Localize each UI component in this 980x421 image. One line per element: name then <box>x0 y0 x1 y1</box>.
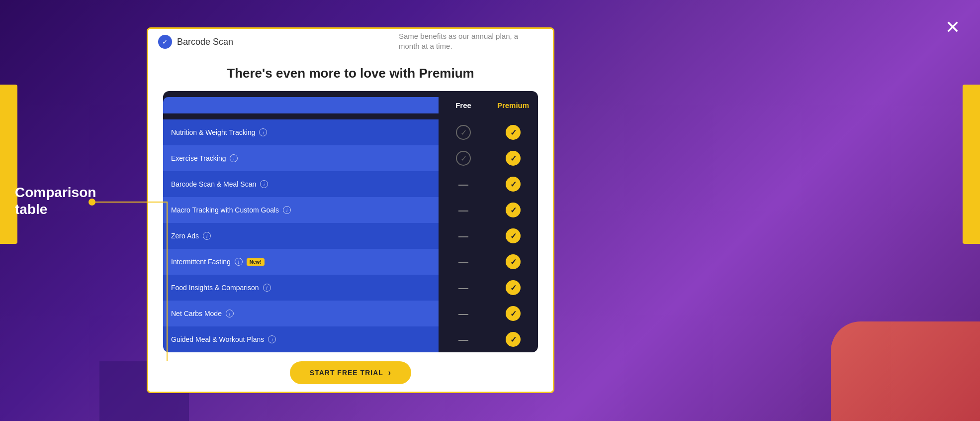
row-premium-cell: ✓ <box>488 301 538 326</box>
table-row: Exercise Tracking i ✓ ✓ <box>163 145 538 171</box>
info-icon[interactable]: i <box>283 206 291 214</box>
row-premium-cell: ✓ <box>488 249 538 275</box>
modal-top-partial: ✓ Barcode Scan Same benefits as our annu… <box>148 29 553 53</box>
comparison-table: Free Premium Nutrition & Weight Tracking… <box>163 91 538 352</box>
row-text: Macro Tracking with Custom Goals <box>171 206 279 214</box>
row-label: Nutrition & Weight Tracking i <box>163 119 439 145</box>
table-row: Intermittent Fasting i New! — ✓ <box>163 249 538 275</box>
cta-button-label: START FREE TRIAL <box>310 369 383 377</box>
row-free-cell: — <box>439 171 488 197</box>
yellow-check-icon: ✓ <box>506 151 521 166</box>
modal-main-content: There's even more to love with Premium F… <box>148 53 553 393</box>
table-row: Zero Ads i — ✓ <box>163 223 538 249</box>
row-label: Zero Ads i <box>163 223 439 249</box>
partial-check-icon: ✓ <box>158 35 172 49</box>
info-icon[interactable]: i <box>230 154 238 162</box>
yellow-check-icon: ✓ <box>506 125 521 140</box>
side-annotation: Comparison table <box>15 184 96 217</box>
header-premium-label: Premium <box>488 97 538 113</box>
row-text: Nutrition & Weight Tracking <box>171 128 255 136</box>
row-label: Exercise Tracking i <box>163 145 439 171</box>
row-premium-cell: ✓ <box>488 197 538 223</box>
row-label: Macro Tracking with Custom Goals i <box>163 197 439 223</box>
partial-right-text: Same benefits as our annual plan, a mont… <box>399 31 523 51</box>
annotation-line1: Comparison <box>15 184 96 201</box>
dash-icon: — <box>458 282 468 294</box>
dash-icon: — <box>458 308 468 319</box>
table-row: Guided Meal & Workout Plans i — ✓ <box>163 326 538 352</box>
new-badge: New! <box>247 258 265 266</box>
row-text: Food Insights & Comparison <box>171 284 259 292</box>
cta-container: START FREE TRIAL › <box>163 361 538 384</box>
bottom-right-shape <box>831 321 980 421</box>
info-icon[interactable]: i <box>260 180 268 188</box>
header-free-label: Free <box>439 97 488 113</box>
row-text: Exercise Tracking <box>171 154 226 162</box>
yellow-check-icon: ✓ <box>506 203 521 217</box>
row-text: Barcode Scan & Meal Scan <box>171 180 256 188</box>
yellow-check-icon: ✓ <box>506 254 521 269</box>
dash-icon: — <box>458 256 468 268</box>
row-premium-cell: ✓ <box>488 145 538 171</box>
cta-arrow-icon: › <box>388 368 391 377</box>
table-row: Food Insights & Comparison i — ✓ <box>163 275 538 301</box>
annotation-vertical-line <box>167 202 168 361</box>
row-free-cell: — <box>439 197 488 223</box>
table-header: Free Premium <box>163 91 538 119</box>
yellow-check-icon: ✓ <box>506 280 521 295</box>
row-free-cell: — <box>439 249 488 275</box>
dash-icon: — <box>458 205 468 216</box>
row-free-cell: ✓ <box>439 145 488 171</box>
info-icon[interactable]: i <box>235 258 243 266</box>
start-free-trial-button[interactable]: START FREE TRIAL › <box>290 361 411 384</box>
table-row: Net Carbs Mode i — ✓ <box>163 301 538 326</box>
info-icon[interactable]: i <box>259 128 267 136</box>
header-empty-cell <box>163 97 439 113</box>
table-row: Barcode Scan & Meal Scan i — ✓ <box>163 171 538 197</box>
yellow-check-icon: ✓ <box>506 177 521 192</box>
outline-check-icon: ✓ <box>456 125 471 140</box>
close-button[interactable]: ✕ <box>940 15 965 40</box>
row-free-cell: ✓ <box>439 119 488 145</box>
close-icon: ✕ <box>945 17 960 38</box>
row-text: Net Carbs Mode <box>171 310 222 317</box>
row-text: Zero Ads <box>171 232 199 240</box>
row-free-cell: — <box>439 275 488 301</box>
row-free-cell: — <box>439 301 488 326</box>
info-icon[interactable]: i <box>268 335 276 343</box>
row-label: Net Carbs Mode i <box>163 301 439 326</box>
info-icon[interactable]: i <box>226 310 234 317</box>
annotation-horizontal-line <box>92 202 167 203</box>
row-premium-cell: ✓ <box>488 223 538 249</box>
yellow-check-icon: ✓ <box>506 306 521 321</box>
info-icon[interactable]: i <box>203 232 211 240</box>
info-icon[interactable]: i <box>263 284 271 292</box>
row-premium-cell: ✓ <box>488 326 538 352</box>
row-premium-cell: ✓ <box>488 119 538 145</box>
row-label: Food Insights & Comparison i <box>163 275 439 301</box>
row-label: Intermittent Fasting i New! <box>163 249 439 275</box>
annotation-line2: table <box>15 201 96 218</box>
yellow-check-icon: ✓ <box>506 228 521 243</box>
row-premium-cell: ✓ <box>488 171 538 197</box>
check-mark: ✓ <box>162 38 168 46</box>
row-label: Barcode Scan & Meal Scan i <box>163 171 439 197</box>
left-accent-bar <box>0 85 17 244</box>
modal-title: There's even more to love with Premium <box>163 66 538 81</box>
dash-icon: — <box>458 179 468 190</box>
row-free-cell: — <box>439 326 488 352</box>
yellow-check-icon: ✓ <box>506 332 521 347</box>
dash-icon: — <box>458 334 468 345</box>
right-accent-bar <box>963 85 980 244</box>
modal-container: ✓ Barcode Scan Same benefits as our annu… <box>147 27 554 393</box>
dash-icon: — <box>458 230 468 242</box>
row-label: Guided Meal & Workout Plans i <box>163 326 439 352</box>
row-text: Intermittent Fasting <box>171 258 231 266</box>
table-row: Nutrition & Weight Tracking i ✓ ✓ <box>163 119 538 145</box>
outline-check-icon: ✓ <box>456 151 471 166</box>
partial-label: Barcode Scan <box>177 37 233 47</box>
row-text: Guided Meal & Workout Plans <box>171 335 264 343</box>
table-row: Macro Tracking with Custom Goals i — ✓ <box>163 197 538 223</box>
row-premium-cell: ✓ <box>488 275 538 301</box>
row-free-cell: — <box>439 223 488 249</box>
